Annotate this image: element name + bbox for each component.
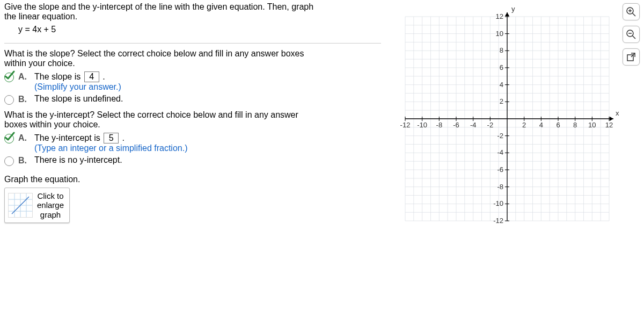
divider xyxy=(4,43,381,44)
zoom-in-button[interactable] xyxy=(623,3,640,20)
svg-text:12: 12 xyxy=(496,12,503,20)
zoom-in-icon xyxy=(626,6,636,17)
svg-text:-4: -4 xyxy=(470,121,477,129)
slope-choice-b[interactable]: B. The slope is undefined. xyxy=(4,94,381,105)
slope-choice-a[interactable]: A. The slope is 4 . (Simplify your answe… xyxy=(4,71,381,92)
option-label-a: A. xyxy=(18,133,30,143)
svg-text:10: 10 xyxy=(588,121,596,129)
svg-text:4: 4 xyxy=(500,81,503,89)
prompt-line1: Give the slope and the y-intercept of th… xyxy=(4,2,381,12)
radio-unchecked-icon xyxy=(4,95,14,105)
svg-text:-4: -4 xyxy=(497,148,503,156)
yintercept-question: What is the y-intercept? Select the corr… xyxy=(4,110,381,166)
svg-text:-2: -2 xyxy=(487,121,494,129)
slope-a-pre: The slope is xyxy=(34,72,83,81)
graph-thumb-icon xyxy=(8,193,33,218)
svg-text:-6: -6 xyxy=(453,121,459,129)
slope-b-text: The slope is undefined. xyxy=(34,94,381,104)
svg-line-114 xyxy=(633,36,636,39)
svg-text:-8: -8 xyxy=(497,183,503,191)
radio-checked-icon xyxy=(4,73,14,82)
yint-prompt-line2: boxes within your choice. xyxy=(4,120,381,130)
yintercept-answer-input[interactable]: 5 xyxy=(104,133,119,143)
radio-checked-icon xyxy=(4,134,14,143)
yint-a-hint: (Type an integer or a simplified fractio… xyxy=(34,143,381,153)
svg-text:10: 10 xyxy=(496,30,503,38)
option-label-b: B. xyxy=(18,95,30,104)
slope-question: What is the slope? Select the correct ch… xyxy=(4,49,381,105)
yint-b-text: There is no y-intercept. xyxy=(34,155,381,165)
radio-unchecked-icon xyxy=(4,156,14,166)
svg-text:-12: -12 xyxy=(400,121,411,129)
coordinate-plane[interactable]: -12-10-8-6-4-224681012-12-10-8-6-4-22468… xyxy=(392,3,623,236)
svg-text:-12: -12 xyxy=(493,217,503,225)
svg-text:6: 6 xyxy=(500,63,503,71)
svg-text:-10: -10 xyxy=(417,121,427,129)
svg-text:6: 6 xyxy=(556,121,560,129)
graph-btn-line1: Click to xyxy=(37,191,64,200)
option-label-a: A. xyxy=(18,72,30,82)
svg-text:-6: -6 xyxy=(497,166,503,174)
slope-a-hint: (Simplify your answer.) xyxy=(34,82,381,92)
enlarge-graph-button[interactable]: Click to enlarge graph xyxy=(4,188,70,223)
svg-text:x: x xyxy=(616,109,619,117)
svg-line-110 xyxy=(633,13,636,17)
yint-a-pre: The y-intercept is xyxy=(34,133,103,142)
svg-text:8: 8 xyxy=(573,121,577,129)
popout-icon xyxy=(626,52,636,62)
svg-text:y: y xyxy=(511,5,515,13)
question-prompt: Give the slope and the y-intercept of th… xyxy=(4,2,381,41)
svg-text:12: 12 xyxy=(605,121,613,129)
slope-prompt-line1: What is the slope? Select the correct ch… xyxy=(4,49,381,59)
prompt-line2: the linear equation. xyxy=(4,12,381,21)
graph-instruction: Graph the equation. xyxy=(4,175,381,184)
slope-a-post: . xyxy=(100,72,105,81)
slope-prompt-line2: within your choice. xyxy=(4,59,381,68)
svg-text:8: 8 xyxy=(500,46,503,54)
zoom-out-button[interactable] xyxy=(623,26,640,43)
svg-text:-2: -2 xyxy=(497,132,503,140)
yint-prompt-line1: What is the y-intercept? Select the corr… xyxy=(4,110,381,120)
zoom-out-icon xyxy=(626,29,636,40)
graph-btn-line2: enlarge xyxy=(37,200,64,210)
yint-choice-b[interactable]: B. There is no y-intercept. xyxy=(4,155,381,166)
equation: y = 4x + 5 xyxy=(4,21,381,38)
svg-text:-10: -10 xyxy=(493,199,503,207)
yint-a-post: . xyxy=(120,133,125,142)
svg-text:-8: -8 xyxy=(436,121,443,129)
svg-text:2: 2 xyxy=(522,121,526,129)
svg-text:2: 2 xyxy=(500,97,503,105)
graph-btn-line3: graph xyxy=(37,210,64,219)
slope-answer-input[interactable]: 4 xyxy=(84,71,99,82)
popout-button[interactable] xyxy=(623,48,640,66)
option-label-b: B. xyxy=(18,156,30,166)
svg-text:4: 4 xyxy=(539,121,543,129)
yint-choice-a[interactable]: A. The y-intercept is 5 . (Type an integ… xyxy=(4,133,381,153)
